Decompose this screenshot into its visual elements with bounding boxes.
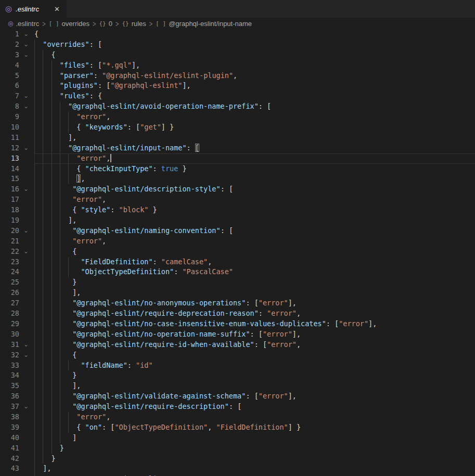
code-content[interactable]: } bbox=[33, 454, 475, 464]
code-content[interactable]: "@graphql-eslint/input-name": [ bbox=[33, 143, 475, 153]
code-content[interactable]: "@graphql-eslint/avoid-operation-name-pr… bbox=[33, 101, 475, 112]
code-line[interactable]: 41} bbox=[0, 443, 475, 454]
code-content[interactable]: "FieldDefinition": "camelCase", bbox=[33, 257, 475, 267]
code-content[interactable]: "overrides": [ bbox=[33, 40, 475, 50]
code-line[interactable]: 37⌄"@graphql-eslint/require-description"… bbox=[0, 402, 475, 412]
fold-chevron-icon[interactable]: ⌄ bbox=[19, 29, 33, 40]
code-content[interactable]: "ObjectTypeDefinition": "PascalCase" bbox=[33, 267, 475, 277]
code-content[interactable]: { bbox=[33, 247, 475, 257]
code-content[interactable]: "@graphql-eslint/require-description": [ bbox=[33, 402, 475, 412]
code-content[interactable]: ], bbox=[33, 381, 475, 391]
breadcrumb-item-rules[interactable]: {}rules bbox=[122, 20, 146, 28]
code-line[interactable]: 23"FieldDefinition": "camelCase", bbox=[0, 257, 475, 267]
code-content[interactable]: { "style": "block" } bbox=[33, 205, 475, 215]
breadcrumb-item--eslintrc[interactable]: ◎.eslintrc bbox=[8, 20, 39, 28]
code-content[interactable]: "parser": "@graphql-eslint/eslint-plugin… bbox=[33, 71, 475, 81]
code-content[interactable]: "@graphql-eslint/no-operation-name-suffi… bbox=[33, 329, 475, 340]
code-content[interactable]: "error", bbox=[33, 153, 475, 164]
code-content[interactable]: "plugins": ["@graphql-eslint"], bbox=[33, 81, 475, 91]
code-content[interactable]: ], bbox=[33, 133, 475, 143]
fold-chevron-icon[interactable]: ⌄ bbox=[19, 50, 33, 60]
code-content[interactable]: ], bbox=[33, 288, 475, 298]
fold-chevron-icon[interactable]: ⌄ bbox=[19, 340, 33, 350]
code-line[interactable]: 11], bbox=[0, 133, 475, 143]
code-line[interactable]: 6"plugins": ["@graphql-eslint"], bbox=[0, 81, 475, 91]
code-line[interactable]: 15], bbox=[0, 174, 475, 184]
code-content[interactable]: "error", bbox=[33, 236, 475, 247]
fold-chevron-icon[interactable]: ⌄ bbox=[19, 402, 33, 412]
code-line[interactable]: 9"error", bbox=[0, 112, 475, 122]
code-line[interactable]: 1⌄{ bbox=[0, 29, 475, 40]
code-line[interactable]: 7⌄"rules": { bbox=[0, 91, 475, 101]
code-content[interactable]: } bbox=[33, 370, 475, 381]
code-line[interactable]: 12⌄"@graphql-eslint/input-name": [ bbox=[0, 143, 475, 153]
code-line[interactable]: 36"@graphql-eslint/validate-against-sche… bbox=[0, 391, 475, 402]
fold-chevron-icon[interactable]: ⌄ bbox=[19, 350, 33, 361]
code-content[interactable]: ] bbox=[33, 433, 475, 443]
code-line[interactable]: 18{ "style": "block" } bbox=[0, 205, 475, 215]
code-content[interactable]: "parser": "@typescript-eslint/parser", bbox=[33, 474, 475, 476]
code-line[interactable]: 14{ "checkInputType": true } bbox=[0, 164, 475, 174]
code-content[interactable]: "error", bbox=[33, 412, 475, 422]
code-line[interactable]: 17"error", bbox=[0, 195, 475, 205]
code-content[interactable]: "error", bbox=[33, 195, 475, 205]
code-line[interactable]: 5"parser": "@graphql-eslint/eslint-plugi… bbox=[0, 71, 475, 81]
fold-chevron-icon[interactable]: ⌄ bbox=[19, 91, 33, 101]
code-content[interactable]: { "checkInputType": true } bbox=[33, 164, 475, 174]
code-content[interactable]: "files": ["*.gql"], bbox=[33, 60, 475, 71]
fold-chevron-icon[interactable]: ⌄ bbox=[19, 101, 33, 112]
code-content[interactable]: "@graphql-eslint/require-deprecation-rea… bbox=[33, 308, 475, 319]
fold-chevron-icon[interactable]: ⌄ bbox=[19, 247, 33, 257]
code-line[interactable]: 25} bbox=[0, 277, 475, 288]
code-line[interactable]: 8⌄"@graphql-eslint/avoid-operation-name-… bbox=[0, 101, 475, 112]
code-line[interactable]: 16⌄"@graphql-eslint/description-style": … bbox=[0, 184, 475, 195]
code-line[interactable]: 39{ "on": ["ObjectTypeDefinition", "Fiel… bbox=[0, 422, 475, 433]
code-content[interactable]: } bbox=[33, 443, 475, 454]
code-line[interactable]: 30"@graphql-eslint/no-operation-name-suf… bbox=[0, 329, 475, 340]
code-content[interactable]: ], bbox=[33, 215, 475, 226]
code-content[interactable]: { "on": ["ObjectTypeDefinition", "FieldD… bbox=[33, 422, 475, 433]
code-content[interactable]: { bbox=[33, 29, 475, 40]
code-line[interactable]: 31⌄"@graphql-eslint/require-id-when-avai… bbox=[0, 340, 475, 350]
code-line[interactable]: 20⌄"@graphql-eslint/naming-convention": … bbox=[0, 226, 475, 236]
code-line[interactable]: 10{ "keywords": ["get"] } bbox=[0, 122, 475, 133]
code-content[interactable]: { bbox=[33, 350, 475, 361]
code-line[interactable]: 44"parser": "@typescript-eslint/parser", bbox=[0, 474, 475, 476]
code-line[interactable]: 43], bbox=[0, 464, 475, 474]
code-content[interactable]: } bbox=[33, 277, 475, 288]
code-content[interactable]: "fieldName": "id" bbox=[33, 361, 475, 371]
code-line[interactable]: 29"@graphql-eslint/no-case-insensitive-e… bbox=[0, 319, 475, 329]
code-content[interactable]: ], bbox=[33, 174, 475, 184]
fold-chevron-icon[interactable]: ⌄ bbox=[19, 226, 33, 236]
code-content[interactable]: { "keywords": ["get"] } bbox=[33, 122, 475, 133]
code-line[interactable]: 34} bbox=[0, 370, 475, 381]
code-line[interactable]: 13"error", bbox=[0, 153, 475, 164]
fold-chevron-icon[interactable]: ⌄ bbox=[19, 40, 33, 50]
tab-eslintrc[interactable]: ◎ .eslintrc ✕ bbox=[0, 0, 67, 18]
code-content[interactable]: "error", bbox=[33, 112, 475, 122]
code-line[interactable]: 24"ObjectTypeDefinition": "PascalCase" bbox=[0, 267, 475, 277]
code-content[interactable]: "rules": { bbox=[33, 91, 475, 101]
code-line[interactable]: 22⌄{ bbox=[0, 247, 475, 257]
code-line[interactable]: 40] bbox=[0, 433, 475, 443]
code-line[interactable]: 26], bbox=[0, 288, 475, 298]
code-line[interactable]: 4"files": ["*.gql"], bbox=[0, 60, 475, 71]
code-content[interactable]: ], bbox=[33, 464, 475, 474]
code-content[interactable]: "@graphql-eslint/no-anonymous-operations… bbox=[33, 298, 475, 308]
code-line[interactable]: 42} bbox=[0, 454, 475, 464]
code-line[interactable]: 27"@graphql-eslint/no-anonymous-operatio… bbox=[0, 298, 475, 308]
code-line[interactable]: 38"error", bbox=[0, 412, 475, 422]
code-line[interactable]: 19], bbox=[0, 215, 475, 226]
code-line[interactable]: 2⌄"overrides": [ bbox=[0, 40, 475, 50]
code-line[interactable]: 32⌄{ bbox=[0, 350, 475, 361]
breadcrumb-item--graphql-eslint-input-name[interactable]: [ ]@graphql-eslint/input-name bbox=[156, 20, 252, 28]
tab-close-button[interactable]: ✕ bbox=[53, 4, 61, 14]
code-line[interactable]: 21"error", bbox=[0, 236, 475, 247]
code-content[interactable]: { bbox=[33, 50, 475, 60]
code-content[interactable]: "@graphql-eslint/naming-convention": [ bbox=[33, 226, 475, 236]
code-line[interactable]: 3⌄{ bbox=[0, 50, 475, 60]
code-line[interactable]: 28"@graphql-eslint/require-deprecation-r… bbox=[0, 308, 475, 319]
code-content[interactable]: "@graphql-eslint/validate-against-schema… bbox=[33, 391, 475, 402]
code-content[interactable]: "@graphql-eslint/require-id-when-availab… bbox=[33, 340, 475, 350]
fold-chevron-icon[interactable]: ⌄ bbox=[19, 184, 33, 195]
